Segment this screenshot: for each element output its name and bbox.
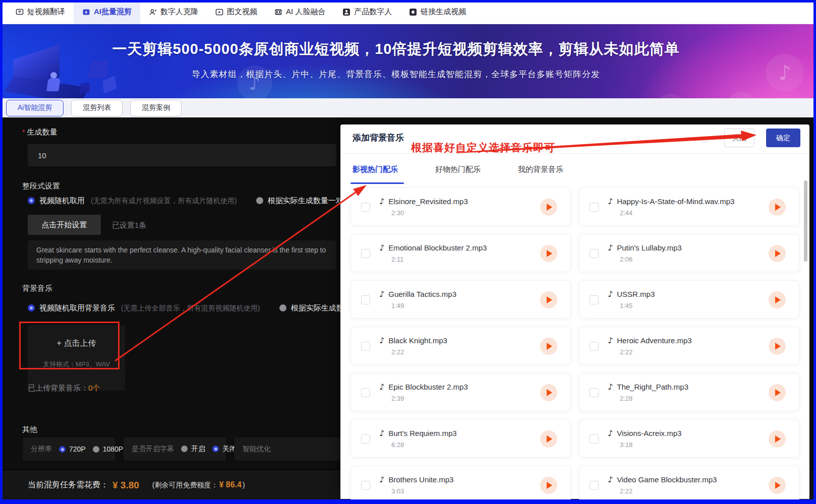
start-setting-button[interactable]: 点击开始设置 — [28, 215, 101, 235]
track-duration: 2:44 — [620, 209, 734, 217]
track-checkbox[interactable] — [590, 388, 599, 397]
nav-tab-ai-batch-clip[interactable]: AI批量混剪 — [74, 0, 140, 24]
track-checkbox[interactable] — [361, 434, 370, 444]
track-checkbox[interactable] — [590, 342, 599, 351]
gen-count-input[interactable]: 10 — [28, 144, 336, 166]
track-info: ♪ Happy-Is-A-State-of-Mind.wav.mp3 2:44 — [608, 197, 734, 217]
tiktok-note-icon: ♪ — [237, 66, 272, 98]
play-icon — [547, 343, 552, 350]
subtitle-off-option[interactable]: 关闭 — [212, 445, 237, 454]
music-note-icon: ♪ — [608, 382, 613, 392]
play-button[interactable] — [540, 338, 557, 355]
upload-music-dropzone[interactable]: + 点击上传 支持格式：MP3、WAV — [28, 325, 125, 391]
track-duration: 3:18 — [620, 441, 681, 449]
annotation-text: 根据喜好自定义选择音乐即可 — [411, 141, 555, 155]
track-checkbox[interactable] — [361, 295, 370, 304]
nav-tab-label: AI 人脸融合 — [286, 7, 325, 17]
track-checkbox[interactable] — [590, 481, 599, 490]
radio-subtitle-on[interactable] — [181, 446, 188, 452]
track-checkbox[interactable] — [590, 434, 599, 444]
play-icon — [775, 343, 781, 350]
track-info: ♪ Guerilla Tactics.mp3 1:49 — [379, 289, 456, 309]
track-checkbox[interactable] — [590, 203, 599, 212]
track-checkbox[interactable] — [590, 295, 599, 304]
subtitle-on-option[interactable]: 开启 — [181, 445, 205, 454]
nav-tab-link-to-video[interactable]: 链接生成视频 — [400, 0, 475, 24]
play-button[interactable] — [769, 430, 786, 448]
play-button[interactable] — [540, 291, 557, 308]
radio-bgm-by-count[interactable] — [279, 304, 286, 311]
track-name: Heroic Adventure.mp3 — [617, 336, 691, 345]
play-button[interactable] — [769, 338, 786, 355]
track-duration: 1:45 — [620, 302, 655, 309]
tab-mix-list[interactable]: 混剪列表 — [71, 100, 123, 116]
track-card: ♪ The_Right_Path.mp3 2:28 — [579, 373, 799, 411]
track-info: ♪ Elsinore_Revisited.mp3 2:30 — [379, 197, 468, 217]
play-button[interactable] — [540, 245, 557, 262]
cost-value: ¥ 3.80 — [112, 480, 139, 491]
resolution-1080p-option[interactable]: 1080P — [93, 445, 123, 453]
track-checkbox[interactable] — [361, 342, 370, 351]
nav-tab-video-translate[interactable]: 短视频翻译 — [7, 0, 74, 24]
track-card: ♪ Putin's Lullaby.mp3 2:06 — [579, 234, 799, 272]
track-card: ♪ Happy-Is-A-State-of-Mind.wav.mp3 2:44 — [579, 187, 799, 226]
play-icon — [547, 204, 552, 211]
radio-video-random[interactable] — [28, 197, 35, 204]
track-checkbox[interactable] — [361, 481, 370, 490]
isometric-illustration — [4, 52, 130, 98]
radio-by-gen-count[interactable] — [256, 197, 263, 204]
tab-ai-smart-mix[interactable]: Ai智能混剪 — [6, 100, 64, 116]
play-button[interactable] — [540, 199, 557, 216]
track-list: ♪ Elsinore_Revisited.mp3 2:30 ♪ Happy-Is… — [351, 187, 799, 504]
radio-720p[interactable] — [59, 446, 66, 453]
play-button[interactable] — [540, 477, 557, 494]
play-button[interactable] — [769, 199, 786, 216]
nav-tab-product-avatar[interactable]: 产品数字人 — [334, 0, 400, 24]
uploaded-count-value: 0个 — [88, 384, 100, 392]
tab-mix-cases[interactable]: 混剪案例 — [130, 100, 182, 116]
track-card: ♪ Elsinore_Revisited.mp3 2:30 — [351, 187, 571, 226]
radio-bgm-random[interactable] — [28, 304, 35, 311]
subtitle-toggle-card: 是否开启字幕 开启 关闭 — [124, 437, 226, 461]
top-nav: 短视频翻译 AI批量混剪 数字人克隆 图文视频 AI 人脸融合 产品数字人 链接… — [0, 0, 816, 24]
track-checkbox[interactable] — [590, 249, 599, 258]
tab-my-bgm[interactable]: 我的背景音乐 — [510, 161, 571, 178]
play-icon — [775, 435, 781, 443]
tab-movie-hot-music[interactable]: 影视热门配乐 — [344, 161, 406, 178]
tiktok-note-icon: ♪ — [766, 53, 804, 92]
track-info: ♪ Burt's Requiem.mp3 6:28 — [379, 428, 457, 449]
play-button[interactable] — [540, 430, 557, 448]
track-checkbox[interactable] — [361, 249, 370, 258]
track-info: ♪ Heroic Adventure.mp3 2:22 — [608, 336, 692, 356]
play-icon — [547, 482, 552, 489]
set-count-badge: 已设置1条 — [112, 221, 146, 230]
radio-subtitle-off[interactable] — [212, 446, 219, 452]
resolution-720p-option[interactable]: 720P — [59, 445, 86, 453]
play-button[interactable] — [769, 477, 786, 494]
track-checkbox[interactable] — [361, 388, 370, 397]
play-button[interactable] — [540, 384, 557, 401]
play-button[interactable] — [769, 384, 786, 401]
play-icon — [775, 250, 781, 257]
modal-header-divider — [340, 153, 809, 154]
resolution-card: 分辨率 720P 1080P — [23, 437, 115, 461]
nav-tab-label: 链接生成视频 — [421, 7, 466, 17]
play-icon — [547, 296, 552, 303]
modal-scrollbar-thumb[interactable] — [804, 180, 807, 262]
script-textarea[interactable]: Great skincare starts with the perfect c… — [28, 240, 336, 270]
nav-tab-image-video[interactable]: 图文视频 — [207, 0, 266, 24]
track-name: Brothers Unite.mp3 — [388, 475, 453, 484]
nav-tab-label: 图文视频 — [227, 7, 257, 17]
other-section-label: 其他 — [22, 425, 37, 434]
track-duration: 2:22 — [620, 348, 692, 356]
play-button[interactable] — [769, 245, 786, 262]
radio-1080p[interactable] — [93, 446, 99, 453]
tab-goods-hot-music[interactable]: 好物热门配乐 — [427, 161, 489, 178]
track-checkbox[interactable] — [361, 203, 370, 212]
music-category-tabs: 影视热门配乐 好物热门配乐 我的背景音乐 — [344, 161, 571, 178]
confirm-button[interactable]: 确定 — [766, 129, 800, 147]
play-button[interactable] — [769, 291, 786, 308]
close-button[interactable]: 关闭 — [724, 129, 754, 147]
nav-tab-face-merge[interactable]: AI 人脸融合 — [266, 0, 334, 24]
nav-tab-avatar-clone[interactable]: 数字人克隆 — [140, 0, 207, 24]
